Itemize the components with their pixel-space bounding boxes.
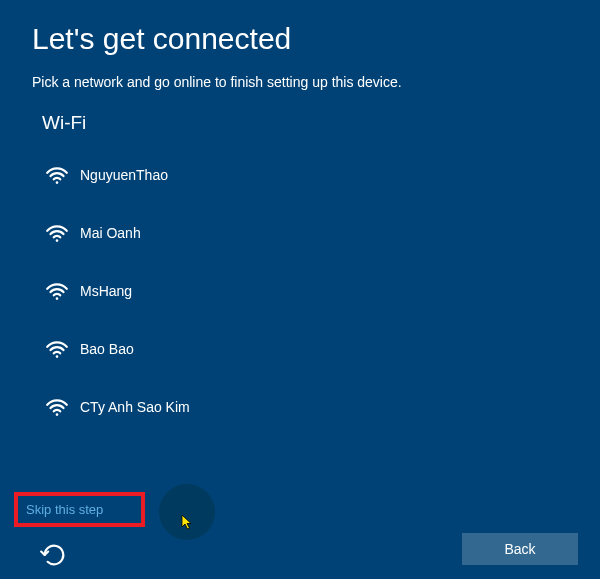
wifi-icon [42,160,72,190]
wifi-network-name: Bao Bao [80,341,134,357]
wifi-network-name: MsHang [80,283,132,299]
svg-point-2 [56,297,59,300]
wifi-network-item[interactable]: MsHang [42,262,600,320]
wifi-network-list: NguyuenThao Mai Oanh MsHang [0,146,600,436]
wifi-icon [42,392,72,422]
skip-link[interactable]: Skip this step [26,502,103,517]
cursor-trail-circle [159,484,215,540]
wifi-network-item[interactable]: Mai Oanh [42,204,600,262]
wifi-section-label: Wi-Fi [0,108,600,146]
svg-point-3 [56,355,59,358]
wifi-network-name: NguyuenThao [80,167,168,183]
wifi-network-name: Mai Oanh [80,225,141,241]
highlight-box: Skip this step [14,492,145,527]
svg-point-1 [56,239,59,242]
back-button-label: Back [504,541,535,557]
page-header: Let's get connected [0,0,600,64]
wifi-network-item[interactable]: Bao Bao [42,320,600,378]
wifi-icon [42,218,72,248]
page-title: Let's get connected [32,22,568,56]
wifi-network-item[interactable]: CTy Anh Sao Kim [42,378,600,436]
wifi-icon [42,334,72,364]
back-button[interactable]: Back [462,533,578,565]
wifi-icon [42,276,72,306]
refresh-button[interactable] [40,541,70,571]
wifi-network-name: CTy Anh Sao Kim [80,399,190,415]
page-subtitle: Pick a network and go online to finish s… [0,64,600,108]
wifi-network-item[interactable]: NguyuenThao [42,146,600,204]
svg-point-0 [56,181,59,184]
svg-point-4 [56,413,59,416]
